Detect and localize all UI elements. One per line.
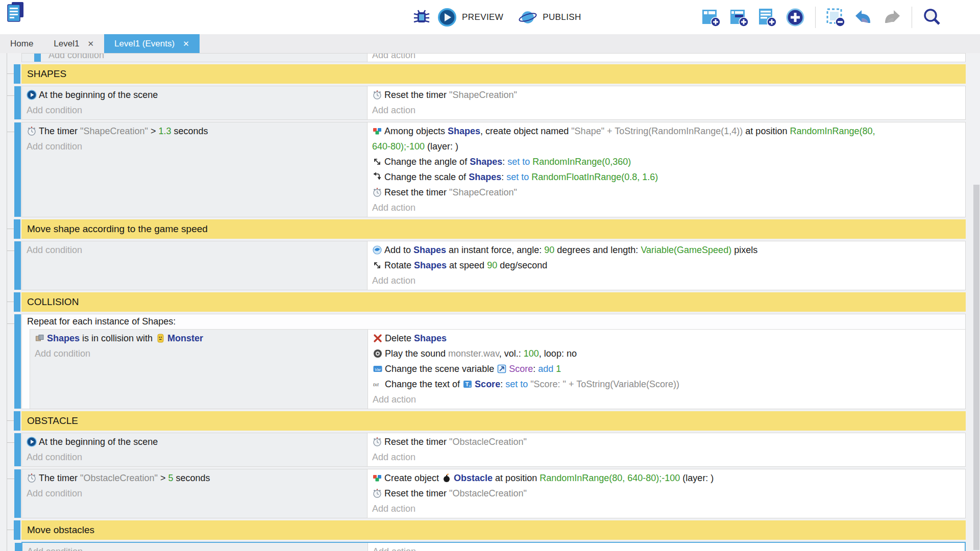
add-event-button[interactable] [701,7,721,28]
action-line[interactable]: Reset the timer "ObstacleCreation" [372,486,884,501]
add-action-link[interactable]: Add action [373,544,883,551]
event-highlight-bar[interactable] [14,86,21,119]
condition-cell[interactable]: At the beginning of the sceneAdd conditi… [22,86,368,119]
tab-level1-events[interactable]: Level1 (Events)✕ [104,34,200,53]
group-header[interactable]: Move shape according to the game speed [21,219,966,239]
vertical-scrollbar-thumb[interactable] [973,185,979,550]
search-button[interactable] [922,7,942,28]
condition-cell[interactable]: Add condition [22,241,368,290]
action-cell[interactable]: Among objects Shapes, create object name… [368,122,965,217]
action-line[interactable]: Play the sound monster.wav, vol.: 100, l… [373,346,884,361]
action-line[interactable]: Reset the timer "ShapeCreation" [372,185,884,200]
add-condition-link[interactable]: Add condition [27,486,363,501]
tab-close-icon[interactable]: ✕ [183,39,189,48]
condition-cell[interactable]: Shapes is in collision with MonsterAdd c… [30,330,368,409]
condition-line[interactable]: The timer "ShapeCreation" > 1.3 seconds [27,123,363,139]
action-cell[interactable]: Create object Obstacle at position Rando… [368,469,965,518]
add-condition-link[interactable]: Add condition [35,346,363,361]
add-action-link[interactable]: Add action [372,53,884,62]
condition-line[interactable]: At the beginning of the scene [27,434,363,449]
event-highlight-bar[interactable] [14,219,20,239]
delete-selection-button[interactable] [825,7,846,28]
preview-label: PREVIEW [462,12,503,22]
toolbar-separator [912,7,912,28]
condition-line[interactable]: At the beginning of the scene [27,87,363,103]
add-other-event-button[interactable] [785,7,805,28]
event-highlight-bar[interactable] [14,122,21,217]
monster-thumb-icon [155,333,165,343]
group-header[interactable]: OBSTACLE [21,411,966,431]
action-line[interactable]: Reset the timer "ShapeCreation" [372,87,884,103]
event-highlight-bar[interactable] [14,520,20,540]
group-header-label: SHAPES [27,68,66,79]
repeat-event-row: Repeat for each instance of Shapes:Shape… [21,314,966,409]
tab-close-icon[interactable]: ✕ [87,39,94,48]
action-line[interactable]: Rotate Shapes at speed 90 deg/second [372,258,884,273]
event-highlight-bar[interactable] [14,241,21,290]
condition-cell[interactable]: Add condition [22,543,368,551]
action-line[interactable]: Reset the timer "ObstacleCreation" [372,434,884,449]
add-action-link[interactable]: Add action [372,103,884,118]
add-condition-link[interactable]: Add condition [48,53,363,62]
condition-line[interactable]: The timer "ObstacleCreation" > 5 seconds [27,470,363,486]
event-row: The timer "ShapeCreation" > 1.3 secondsA… [21,122,966,217]
action-cell[interactable]: Delete ShapesPlay the sound monster.wav,… [368,330,965,409]
add-action-link[interactable]: Add action [372,501,884,516]
text-object-icon: Tx [462,379,473,389]
repeat-event-header[interactable]: Repeat for each instance of Shapes: [22,314,965,329]
scene-variable-icon [497,363,507,373]
action-line[interactable]: Among objects Shapes, create object name… [372,123,884,154]
tab-label: Home [10,39,33,49]
add-action-link[interactable]: Add action [373,392,884,407]
add-condition-link[interactable]: Add condition [27,449,363,465]
tab-level1[interactable]: Level1✕ [43,34,104,53]
add-action-link[interactable]: Add action [372,273,884,288]
tree-guide-tick [7,420,14,421]
condition-line[interactable]: Shapes is in collision with Monster [35,331,363,346]
add-subevent-button[interactable] [729,7,749,28]
event-highlight-bar[interactable] [14,64,20,84]
condition-cell[interactable]: The timer "ObstacleCreation" > 5 seconds… [22,469,368,518]
event-highlight-bar[interactable] [14,292,20,312]
undo-button[interactable] [853,7,874,28]
debug-icon[interactable] [411,7,432,28]
condition-cell[interactable]: Add condition [22,54,368,62]
add-condition-link[interactable]: Add condition [27,103,363,118]
event-highlight-bar[interactable] [14,469,21,518]
event-highlight-bar[interactable] [14,314,21,409]
action-line[interactable]: Create object Obstacle at position Rando… [372,470,884,486]
condition-cell[interactable]: The timer "ShapeCreation" > 1.3 secondsA… [22,122,368,217]
group-header[interactable]: COLLISION [21,292,966,312]
preview-button[interactable]: PREVIEW [437,7,512,28]
action-cell[interactable]: Reset the timer "ObstacleCreation"Add ac… [368,433,965,466]
tab-home[interactable]: Home [0,34,43,53]
angle-icon [372,260,382,270]
action-cell[interactable]: Reset the timer "ShapeCreation"Add actio… [368,86,965,119]
group-header[interactable]: Move obstacles [21,520,966,540]
action-line[interactable]: txtChange the text of TxScore: set to "S… [373,377,884,392]
add-condition-link[interactable]: Add condition [27,139,363,154]
action-line[interactable]: Change the scale of Shapes: set to Rando… [372,169,884,185]
app-logo-icon[interactable] [5,3,26,23]
publish-button[interactable]: PUBLISH [518,7,591,28]
add-action-link[interactable]: Add action [372,200,884,215]
action-line[interactable]: Change the angle of Shapes: set to Rando… [372,154,884,169]
action-line[interactable]: VarChange the scene variable Score: add … [373,361,884,377]
action-line[interactable]: Delete Shapes [373,331,884,346]
redo-button[interactable] [881,7,902,28]
action-line[interactable]: Add to Shapes an instant force, angle: 9… [372,242,884,258]
event-highlight-bar[interactable] [14,433,21,466]
condition-cell[interactable]: At the beginning of the sceneAdd conditi… [22,433,368,466]
action-cell[interactable]: Add to Shapes an instant force, angle: 9… [368,241,965,290]
action-cell[interactable]: Add action [368,543,965,551]
action-cell[interactable]: Add action [368,54,965,62]
event-highlight-bar[interactable] [15,543,21,551]
group-header[interactable]: SHAPES [21,64,966,84]
subevent-marker [34,54,41,62]
tab-bar: HomeLevel1✕Level1 (Events)✕ [0,34,980,53]
add-condition-link[interactable]: Add condition [27,242,363,258]
add-condition-link[interactable]: Add condition [27,544,363,551]
event-highlight-bar[interactable] [14,411,20,431]
add-action-link[interactable]: Add action [372,449,884,465]
add-comment-button[interactable] [757,7,777,28]
